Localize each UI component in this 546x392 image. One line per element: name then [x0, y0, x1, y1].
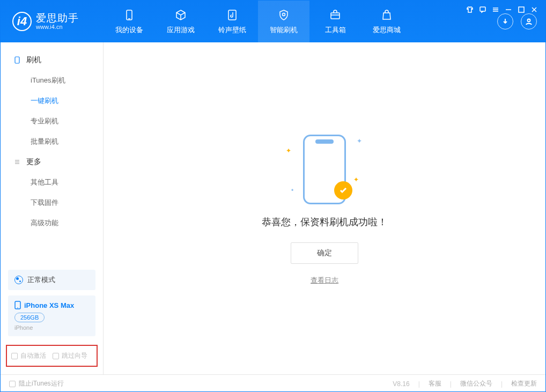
toolbox-icon [328, 8, 342, 22]
svg-rect-5 [331, 13, 340, 19]
bag-icon [380, 8, 394, 22]
sidebar-item-0-2[interactable]: 专业刷机 [1, 111, 103, 131]
footer-link-update[interactable]: 检查更新 [511, 379, 537, 388]
nav-tab-label: 爱思商城 [373, 25, 401, 35]
mode-label: 正常模式 [27, 275, 55, 285]
svg-rect-1 [519, 7, 524, 12]
phone-icon [13, 56, 21, 64]
nav-tab-label: 我的设备 [115, 25, 143, 35]
svg-point-9 [17, 307, 18, 308]
win-maximize-icon[interactable] [518, 6, 525, 13]
phone-icon [14, 301, 21, 309]
svg-rect-0 [480, 7, 485, 11]
nav-tab-1[interactable]: 应用游戏 [155, 1, 206, 42]
nav-tab-3[interactable]: 智能刷机 [258, 1, 309, 42]
block-itunes-checkbox[interactable]: 阻止iTunes运行 [9, 379, 64, 388]
nav-tab-2[interactable]: 铃声壁纸 [206, 1, 258, 42]
sidebar-group-1: 更多 [1, 152, 103, 172]
version-label: V8.16 [393, 380, 409, 388]
app-name: 爱思助手 [36, 13, 79, 24]
win-feedback-icon[interactable] [479, 6, 486, 13]
header: i4 爱思助手 www.i4.cn 我的设备应用游戏铃声壁纸智能刷机工具箱爱思商… [1, 1, 545, 42]
view-log-link[interactable]: 查看日志 [311, 276, 338, 285]
device-storage: 256GB [14, 313, 45, 322]
device-name: iPhone XS Max [24, 301, 74, 309]
svg-rect-3 [228, 10, 236, 20]
content: ✦✦•✦ 恭喜您，保资料刷机成功啦！ 确定 查看日志 [104, 42, 545, 374]
success-message: 恭喜您，保资料刷机成功啦！ [262, 216, 387, 228]
footer-link-support[interactable]: 客服 [429, 379, 441, 388]
success-illustration: ✦✦•✦ [282, 132, 367, 207]
check-icon [334, 181, 352, 199]
nav-tab-4[interactable]: 工具箱 [309, 1, 361, 42]
nav-tab-label: 铃声壁纸 [218, 25, 246, 35]
sidebar-item-1-1[interactable]: 下载固件 [1, 193, 103, 213]
sidebar-item-0-0[interactable]: iTunes刷机 [1, 70, 103, 91]
nav-tab-5[interactable]: 爱思商城 [361, 1, 412, 42]
win-menu-icon[interactable] [492, 6, 499, 13]
download-button[interactable] [497, 13, 513, 29]
sidebar-item-0-1[interactable]: 一键刷机 [1, 91, 103, 111]
footer-link-wechat[interactable]: 微信公众号 [460, 379, 492, 388]
device-panel[interactable]: iPhone XS Max 256GB iPhone [8, 295, 95, 336]
music-icon [225, 8, 239, 22]
device-type: iPhone [14, 324, 89, 331]
list-icon [13, 158, 21, 166]
sidebar-item-1-0[interactable]: 其他工具 [1, 172, 103, 193]
nav-tab-label: 工具箱 [325, 25, 346, 35]
device-icon [122, 8, 136, 22]
svg-point-6 [528, 19, 530, 22]
logo: i4 爱思助手 www.i4.cn [1, 1, 104, 42]
win-minimize-icon[interactable] [505, 6, 512, 13]
gear-shield-icon [277, 8, 291, 22]
sidebar-item-1-2[interactable]: 高级功能 [1, 213, 103, 233]
svg-rect-7 [15, 57, 19, 63]
nav-tab-label: 应用游戏 [167, 25, 195, 35]
app-url: www.i4.cn [36, 24, 79, 30]
win-close-icon[interactable] [530, 6, 538, 13]
mode-icon [14, 276, 23, 284]
cube-icon [174, 8, 188, 22]
sidebar-item-0-3[interactable]: 批量刷机 [1, 131, 103, 152]
ok-button[interactable]: 确定 [291, 242, 358, 264]
nav-tab-0[interactable]: 我的设备 [104, 1, 155, 42]
sidebar: 刷机iTunes刷机一键刷机专业刷机批量刷机更多其他工具下载固件高级功能 正常模… [1, 42, 104, 374]
sidebar-group-0: 刷机 [1, 50, 103, 70]
mode-panel[interactable]: 正常模式 [8, 270, 95, 290]
skip-guide-checkbox[interactable]: 跳过向导 [53, 351, 87, 360]
nav-tab-label: 智能刷机 [270, 25, 298, 35]
auto-activate-checkbox[interactable]: 自动激活 [11, 351, 46, 360]
logo-icon: i4 [12, 12, 32, 31]
highlighted-options: 自动激活 跳过向导 [6, 345, 98, 367]
svg-point-4 [283, 13, 285, 16]
user-button[interactable] [521, 13, 537, 29]
win-tshirt-icon[interactable] [466, 6, 474, 13]
footer: 阻止iTunes运行 V8.16 | 客服 | 微信公众号 | 检查更新 [1, 374, 545, 392]
